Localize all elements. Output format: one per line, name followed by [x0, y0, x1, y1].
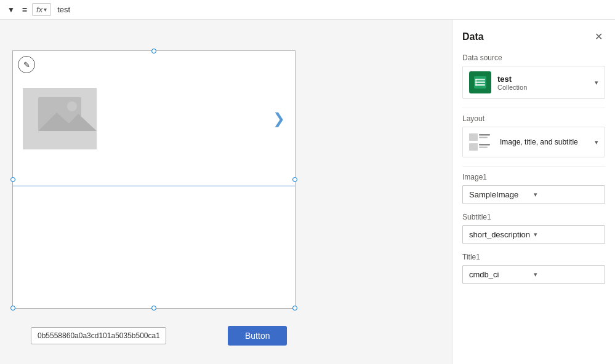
main-area: ✎ ❯ Button — [0, 20, 615, 364]
image1-dropdown[interactable]: SampleImage ▾ — [462, 185, 605, 204]
subtitle1-dropdown[interactable]: short_description ▾ — [462, 225, 605, 244]
layout-card[interactable]: Image, title, and subtitle ▾ — [462, 127, 605, 157]
canvas-area[interactable]: ✎ ❯ Button — [0, 20, 452, 364]
fx-button[interactable]: fx ▾ — [32, 3, 51, 16]
data-source-label: Data source — [462, 53, 605, 62]
back-arrow[interactable]: ▼ — [5, 4, 17, 15]
svg-rect-14 — [479, 147, 488, 148]
fx-icon: fx — [36, 5, 42, 14]
datasource-chevron-icon: ▾ — [595, 79, 598, 87]
title1-chevron-icon: ▾ — [534, 271, 598, 279]
svg-rect-12 — [469, 143, 478, 151]
layout-preview-icon — [469, 132, 494, 152]
title1-label: Title1 — [462, 253, 605, 261]
divider-2 — [462, 166, 605, 167]
fx-chevron-icon: ▾ — [44, 6, 47, 13]
datasource-icon — [469, 71, 491, 93]
svg-point-3 — [67, 101, 77, 111]
gallery-item: ❯ — [13, 51, 295, 186]
panel-title: Data — [462, 31, 484, 42]
subtitle1-label: Subtitle1 — [462, 213, 605, 221]
gallery-item-empty — [13, 186, 295, 308]
image1-value: SampleImage — [469, 190, 534, 199]
svg-rect-10 — [479, 134, 490, 136]
bottom-controls: Button — [31, 326, 287, 346]
right-panel: Data ✕ Data source test Collection ▾ — [452, 20, 615, 364]
handle-bottom-right[interactable] — [292, 306, 297, 311]
formula-area: ▼ = fx ▾ test — [5, 3, 610, 16]
layout-option-label: Image, title, and subtitle — [500, 138, 595, 146]
equals-sign: = — [20, 4, 30, 16]
close-button[interactable]: ✕ — [592, 30, 605, 44]
edit-icon[interactable]: ✎ — [18, 56, 35, 73]
datasource-info: test Collection — [497, 74, 595, 91]
panel-header: Data ✕ — [462, 30, 605, 44]
svg-rect-11 — [479, 137, 488, 138]
collection-icon — [473, 76, 487, 89]
text-input[interactable] — [31, 327, 166, 344]
handle-bottom-center[interactable] — [151, 306, 156, 311]
svg-rect-13 — [479, 144, 490, 146]
layout-label: Layout — [462, 114, 605, 123]
title1-value: cmdb_ci — [469, 270, 534, 279]
svg-rect-8 — [475, 79, 477, 86]
subtitle1-value: short_description — [469, 230, 534, 239]
datasource-card[interactable]: test Collection ▾ — [462, 66, 605, 99]
svg-rect-9 — [469, 133, 478, 141]
action-button[interactable]: Button — [228, 326, 287, 346]
image1-chevron-icon: ▾ — [534, 191, 598, 199]
divider-1 — [462, 108, 605, 108]
image1-label: Image1 — [462, 173, 605, 181]
datasource-type: Collection — [497, 84, 595, 91]
datasource-name: test — [497, 74, 595, 84]
gallery-next-icon[interactable]: ❯ — [273, 110, 285, 127]
subtitle1-chevron-icon: ▾ — [534, 231, 598, 239]
gallery-image-placeholder — [23, 88, 97, 149]
layout-chevron-icon: ▾ — [595, 138, 598, 146]
gallery-widget[interactable]: ✎ ❯ — [12, 50, 295, 309]
formula-bar: ▼ = fx ▾ test — [0, 0, 615, 20]
title1-dropdown[interactable]: cmdb_ci ▾ — [462, 265, 605, 284]
handle-bottom-left[interactable] — [10, 306, 15, 311]
formula-value: test — [57, 5, 70, 14]
